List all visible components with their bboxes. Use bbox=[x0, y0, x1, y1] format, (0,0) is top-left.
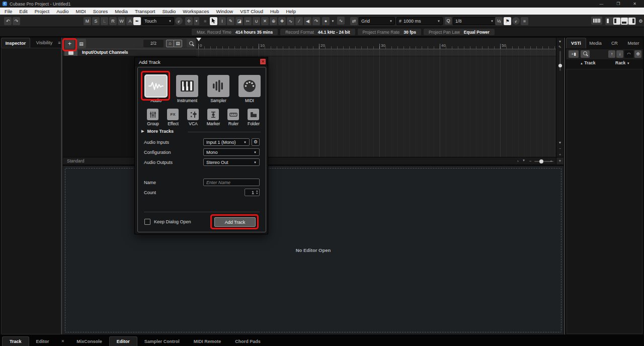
window-setup-gear-icon[interactable]: ⚙ bbox=[637, 17, 644, 25]
menu-midi[interactable]: MIDI bbox=[72, 9, 90, 14]
name-input[interactable] bbox=[203, 179, 260, 186]
zoom-corner-button[interactable]: + bbox=[556, 157, 564, 164]
menu-workspaces[interactable]: Workspaces bbox=[179, 9, 212, 14]
onscreen-keyboard-icon[interactable] bbox=[591, 17, 602, 25]
automation-pen-icon[interactable]: ✒ bbox=[133, 17, 141, 25]
tab-editor[interactable]: Editor bbox=[109, 336, 137, 346]
time-warp-tool-icon[interactable]: ∿ bbox=[287, 17, 294, 25]
menu-vst-cloud[interactable]: VST Cloud bbox=[236, 9, 267, 14]
read-automation-button[interactable]: R bbox=[109, 17, 117, 25]
minimize-icon[interactable]: — bbox=[599, 2, 603, 6]
undo-button[interactable]: ↶ bbox=[4, 17, 12, 25]
iterative-quantize-icon[interactable]: ⚑ bbox=[504, 17, 511, 25]
tab-chord-pads[interactable]: Chord Pads bbox=[228, 336, 268, 346]
mute-all-button[interactable]: M bbox=[84, 17, 91, 25]
track-row[interactable]: Input/Output Channels bbox=[63, 49, 196, 56]
tab-visibility[interactable]: Visibility bbox=[31, 38, 57, 48]
close-icon[interactable]: ✕ bbox=[633, 2, 636, 6]
next-instrument-icon[interactable]: ↓ bbox=[616, 50, 623, 58]
quantize-panel-button[interactable]: e bbox=[512, 17, 520, 25]
rack-settings-gear-icon[interactable]: ⚙ bbox=[634, 50, 641, 58]
menu-help[interactable]: Help bbox=[282, 9, 299, 14]
configuration-dropdown[interactable]: Mono ▼ bbox=[203, 148, 260, 156]
draw-part-icon[interactable]: ✎ bbox=[558, 45, 561, 50]
tab-media[interactable]: Media bbox=[586, 38, 605, 48]
add-track-confirm-button[interactable]: Add Track bbox=[214, 217, 256, 227]
mute-tool-icon[interactable]: ✕ bbox=[261, 17, 269, 25]
line-tool-icon[interactable]: ∕ bbox=[295, 17, 303, 25]
track-scale-options-icon[interactable]: ▼ bbox=[558, 140, 562, 145]
remote-control-focus-icon[interactable]: ◠ bbox=[624, 50, 633, 58]
audio-inputs-gear-icon[interactable]: ⚙ bbox=[252, 138, 260, 146]
quantize-dropdown[interactable]: 1/8 ▼ bbox=[453, 17, 496, 25]
listen-button[interactable]: L bbox=[101, 17, 108, 25]
scrub-tool-icon[interactable]: ↷ bbox=[312, 17, 320, 25]
tab-mixconsole[interactable]: MixConsole bbox=[69, 336, 109, 346]
left-zone-toggle-icon[interactable] bbox=[606, 18, 613, 25]
tab-sampler-control[interactable]: Sampler Control bbox=[137, 336, 187, 346]
home-icon[interactable]: ⌂ bbox=[166, 40, 174, 47]
right-splitter[interactable] bbox=[564, 38, 565, 334]
vertical-zoom-slider[interactable] bbox=[559, 51, 561, 71]
scroll-right-icon[interactable]: › bbox=[517, 159, 519, 163]
track-type-audio[interactable] bbox=[145, 75, 167, 97]
color-menu-icon[interactable]: ● bbox=[322, 17, 330, 25]
right-zone-toggle-icon[interactable] bbox=[628, 18, 635, 25]
tab-cr[interactable]: CR bbox=[605, 38, 624, 48]
track-presets-icon[interactable]: ▤ bbox=[76, 39, 86, 48]
restore-icon[interactable]: ❐ bbox=[616, 2, 620, 6]
track-type-group[interactable] bbox=[147, 109, 158, 120]
menu-edit[interactable]: Edit bbox=[16, 9, 31, 14]
menu-transport[interactable]: Transport bbox=[131, 9, 158, 14]
zoom-presets-icon[interactable]: ▼ bbox=[522, 159, 525, 162]
autoscroll-options-icon[interactable]: ▼ bbox=[194, 17, 199, 25]
menu-window[interactable]: Window bbox=[212, 9, 236, 14]
add-track-instrument-icon[interactable]: +▮ bbox=[569, 50, 579, 58]
tab-midi-remote[interactable]: MIDI Remote bbox=[187, 336, 228, 346]
track-type-sampler[interactable] bbox=[207, 75, 229, 97]
menu-project[interactable]: Project bbox=[31, 9, 53, 14]
range-selection-tool-icon[interactable]: I bbox=[218, 17, 226, 25]
count-stepper[interactable]: 1 ▲ ▼ bbox=[245, 189, 260, 196]
grid-type-dropdown[interactable]: # 1000 ms ▼ bbox=[396, 17, 443, 25]
swing-icon[interactable]: ⅓ bbox=[495, 17, 503, 25]
track-type-effect[interactable]: FX bbox=[167, 109, 179, 120]
tab-vsti[interactable]: VSTi bbox=[566, 38, 586, 48]
keep-dialog-open-checkbox[interactable] bbox=[144, 219, 150, 225]
automation-mode-dropdown[interactable]: Touch ▼ bbox=[142, 17, 174, 25]
solo-all-button[interactable]: S bbox=[92, 17, 100, 25]
auto-punch-icon[interactable]: ∿ bbox=[337, 17, 345, 25]
lower-zone-toggle-icon[interactable] bbox=[621, 18, 628, 25]
horizontal-zoom-in-icon[interactable]: + bbox=[550, 159, 552, 163]
suspend-automation-button[interactable]: A bbox=[126, 17, 134, 25]
inspector-menu-icon[interactable]: ≡ bbox=[57, 38, 61, 48]
horizontal-zoom-out-icon[interactable]: − bbox=[529, 159, 532, 163]
play-tool-icon[interactable]: ◀ bbox=[304, 17, 311, 25]
comp-tool-icon[interactable]: ❖ bbox=[278, 17, 286, 25]
timeline-ruler[interactable]: 0 10 20 30 40 50 bbox=[196, 38, 556, 49]
draw-tool-icon[interactable]: ✎ bbox=[227, 17, 234, 25]
track-type-ruler[interactable] bbox=[227, 109, 239, 120]
menu-hub[interactable]: Hub bbox=[267, 9, 282, 14]
zoom-tool-icon[interactable]: ⊕ bbox=[270, 17, 277, 25]
autoscroll-icon[interactable]: ✛ bbox=[185, 17, 193, 25]
tab-inspector[interactable]: Inspector bbox=[1, 38, 30, 48]
color-menu-caret-icon[interactable]: ▼ bbox=[331, 17, 335, 25]
split-tool-icon[interactable]: ✂ bbox=[244, 17, 252, 25]
vertical-zoom-out-icon[interactable]: − bbox=[559, 146, 561, 151]
menu-scores[interactable]: Scores bbox=[90, 9, 112, 14]
redo-button[interactable]: ↷ bbox=[13, 17, 20, 25]
close-lower-zone-icon[interactable]: ✕ bbox=[56, 336, 70, 346]
audio-alignment-icon[interactable]: ≡ bbox=[521, 17, 528, 25]
track-color-strip[interactable] bbox=[64, 50, 77, 56]
write-automation-button[interactable]: W bbox=[118, 17, 125, 25]
menu-studio[interactable]: Studio bbox=[158, 9, 179, 14]
stepper-arrows[interactable]: ▲ ▼ bbox=[256, 190, 258, 195]
inspector-zone-toggle-icon[interactable] bbox=[613, 18, 620, 25]
object-selection-tool-icon[interactable] bbox=[210, 17, 217, 25]
add-track-button[interactable]: + bbox=[65, 39, 74, 48]
vertical-zoom-in-icon[interactable]: + bbox=[559, 152, 561, 157]
menu-file[interactable]: File bbox=[1, 9, 16, 14]
snap-type-dropdown[interactable]: Grid ▼ bbox=[359, 17, 395, 25]
more-tracks-expander[interactable]: ▶ More Tracks bbox=[141, 129, 174, 134]
